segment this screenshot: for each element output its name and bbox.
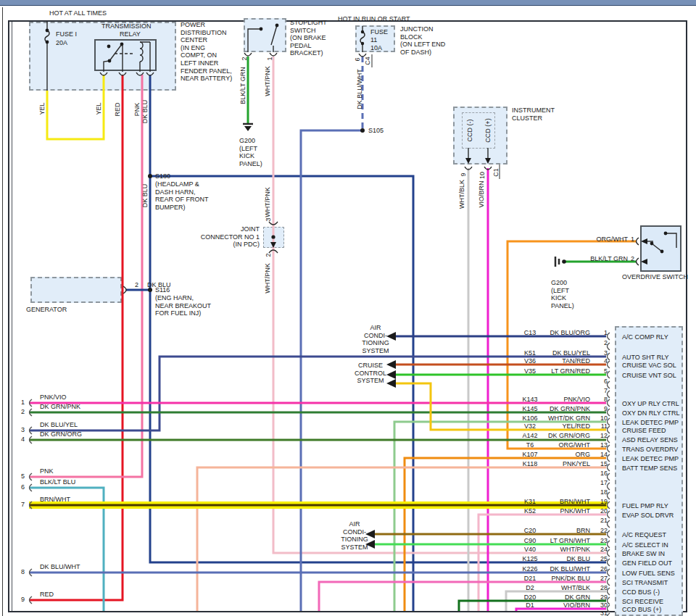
pin-function: OXY UP RLY CTRL (622, 400, 679, 408)
wire-label-dkblu-1: DK BLU (142, 100, 149, 124)
fuse1-element (45, 30, 49, 42)
pin-wire-color: YEL/RED (535, 423, 590, 430)
g200-right-bars (555, 257, 559, 267)
wire-red (29, 75, 123, 600)
left-wire-label: DK GRN/ORG (40, 430, 82, 438)
connector-hook (608, 445, 610, 452)
generator-wire-label: DK BLU (147, 281, 171, 289)
pin-function: CCD BUS (+) (622, 606, 661, 614)
wire-label-blk-lt-grn-2: BLK/LT GRN (570, 255, 628, 263)
pin-wire-color: ORG (535, 451, 590, 459)
overdrive-arrow-1 (641, 238, 647, 244)
overdrive-label: OVERDRIVE SWITCH (622, 273, 688, 281)
pin-wire-color: LT GRN/RED (535, 367, 590, 375)
relay-title-2: RELAY (120, 30, 141, 38)
pin-wire-color: LT GRN/WHT (535, 537, 590, 545)
cluster-pin-9: 9 (460, 172, 467, 176)
left-wire-number: 1 (14, 399, 25, 407)
wire-label-pnk: PNK (134, 103, 141, 117)
stoplight-arm (271, 25, 277, 45)
pin-number: 14 (589, 451, 608, 459)
left-wire-number: 2 (14, 408, 25, 416)
pin-number: 1 (589, 329, 608, 337)
relay-pin-hooks (100, 72, 154, 75)
connector-hook (608, 343, 610, 350)
connector-hook (608, 391, 610, 398)
pin-function: GEN FIELD OUT (622, 559, 672, 567)
pin-function: OXY DN RLY CTRL (622, 409, 680, 417)
connector-hook (608, 520, 610, 528)
connector-hook (608, 333, 610, 340)
wire-label-yel-1: YEL (39, 102, 46, 115)
relay-coil (140, 42, 143, 62)
joint-connector-note: JOINT CONNECTOR NO 1 (IN PDC) (190, 225, 260, 249)
pin-number: 28 (589, 584, 608, 592)
connector-hook (608, 549, 610, 557)
pin-wire-color: DK BLU/YEL (535, 349, 590, 357)
fuse11-dot-top (361, 30, 364, 33)
stoplight-pin-2: 2 (241, 57, 248, 60)
cruise-system-label: CRUISE CONTROL SYSTEM (348, 362, 393, 385)
pdc-hot-label: HOT AT ALL TIMES (49, 9, 107, 17)
connector-hook (608, 361, 610, 368)
pin-function: A/C REQUEST (622, 531, 666, 539)
connector-hook (608, 473, 610, 480)
stoplight-pin-hooks (244, 53, 277, 56)
pin-number: 22 (589, 527, 608, 535)
pin-number: 15 (589, 460, 608, 468)
relay-dot-a (107, 45, 111, 49)
cluster-note: INSTRUMENT CLUSTER (512, 107, 555, 122)
connector-hook (608, 613, 610, 616)
wire-label-blk-lt-grn: BLK/LT GRN (240, 67, 246, 104)
connector-hook (608, 501, 610, 509)
pin-wire-color: DK GRN/PNK (535, 405, 590, 413)
pin-number: 9 (589, 405, 608, 413)
fuse1-dot-bottom (46, 41, 49, 44)
joint-arrow-down (270, 242, 276, 248)
junction-note: JUNCTION BLOCK (ON LEFT END OF DASH) (400, 25, 445, 56)
pin-function: CCD BUS (-) (622, 588, 660, 596)
splice-s180-dot (148, 174, 152, 178)
pin-wire-color: BRN (535, 527, 590, 535)
junction-hot-label: HOT IN RUN OR START (338, 15, 410, 23)
joint-pin-3: 3 (265, 217, 272, 221)
pin-wire-color: VIO/BRN (535, 602, 590, 609)
pin-function: SCI TRANSMIT (622, 579, 668, 587)
generator-pin-hook (123, 286, 126, 294)
fuse11-pin: 6 (355, 57, 361, 61)
pin-number: 26 (589, 565, 608, 573)
connector-hook (608, 569, 610, 576)
relay-title-1: TRANSMISSION (102, 22, 152, 30)
pin-number: 6 (589, 378, 608, 386)
left-wire-label: PNK/VIO (40, 394, 67, 401)
pin-number: 29 (589, 594, 608, 602)
pin-number: 30 (589, 602, 608, 609)
connector-hook (608, 399, 610, 407)
wire-label-wht-pnk-3: WHT/PNK (265, 263, 271, 294)
g200-right-dot (562, 259, 566, 264)
pin-function: A/C COMP RLY (622, 333, 668, 341)
connector-hook (608, 371, 610, 378)
wire-label-dk-blu-wht: DK BLU/WHT (357, 69, 363, 109)
pin-number: 5 (589, 367, 608, 375)
wiring-diagram: HOT AT ALL TIMES FUSE I 20A TRANSMISSION… (0, 0, 696, 616)
pin-wire-color: PNK/VIO (535, 396, 590, 404)
left-wire-label: DK GRN/PNK (40, 403, 80, 411)
pin-number: 24 (589, 546, 608, 554)
relay-dot-b (120, 43, 124, 46)
relay-arm (109, 44, 122, 61)
pin-number: 7 (589, 387, 608, 395)
fuse11-dot-bottom (361, 42, 364, 45)
pin-number: 4 (589, 357, 608, 365)
pin-number: 17 (589, 479, 608, 487)
pin-number: 21 (589, 517, 608, 525)
connector-hook (608, 454, 610, 462)
pin-wire-color: WHT/DK GRN (535, 415, 590, 423)
cluster-connector-c1: C1 (493, 168, 500, 177)
stoplight-pin-1: 1 (267, 57, 273, 60)
splice-s105-dot (360, 128, 365, 133)
overdrive-pin-2: 2 (631, 255, 634, 263)
pin-number: 12 (589, 432, 608, 440)
pin-wire-color: DK BLU (535, 555, 590, 563)
pdc-fuse-amps: 20A (56, 39, 67, 47)
